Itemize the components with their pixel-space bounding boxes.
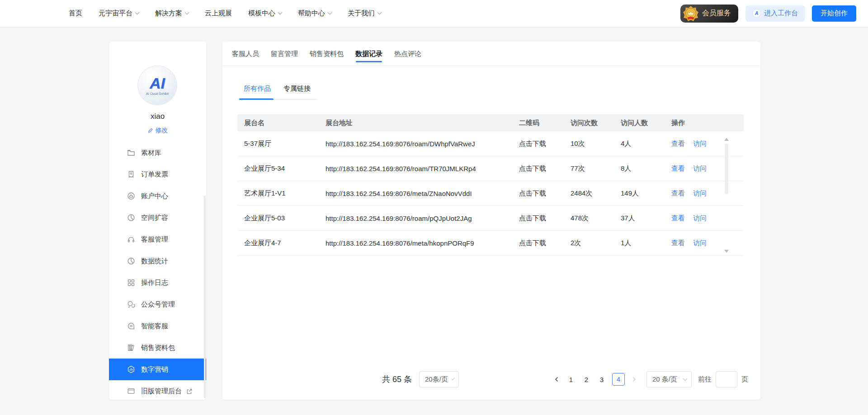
booth-url-link[interactable]: http://183.162.254.169:8076/roam/DWhpfVa… (319, 140, 512, 148)
table-scrollbar[interactable] (723, 138, 730, 253)
table-body: 5-37展厅 http://183.162.254.169:8076/roam/… (237, 131, 744, 256)
data-table: 展台名 展台地址 二维码 访问次数 访问人数 操作 5-37展厅 http://… (237, 114, 744, 256)
view-link[interactable]: 查看 (671, 189, 685, 197)
chat-lines-icon (127, 322, 135, 330)
sidebar-item-customer-service-management[interactable]: 客服管理 (109, 228, 206, 250)
booth-name: 艺术展厅1-V1 (237, 189, 319, 198)
nav-item-about-us[interactable]: 关于我们 (348, 9, 381, 18)
booth-name: 企业展厅5-03 (237, 214, 319, 223)
goto-page-input[interactable] (716, 371, 737, 387)
ai-logo-icon: A (752, 9, 761, 18)
hexagon-chart-icon (127, 365, 135, 373)
prev-page-button[interactable] (550, 377, 563, 382)
sidebar-item-digital-marketing[interactable]: 数字营销 (109, 359, 206, 380)
page-number-4-active[interactable]: 4 (612, 373, 625, 386)
page-number-1[interactable]: 1 (564, 376, 578, 383)
pencil-icon (147, 127, 154, 134)
nav-item-home[interactable]: 首页 (69, 9, 82, 18)
sidebar-item-order-invoice[interactable]: 订单发票 (109, 163, 206, 185)
scrollbar-thumb[interactable] (725, 144, 728, 194)
avatar[interactable]: AI AI Cloud Exhibit (137, 65, 177, 105)
avatar-ai-logo: AI (150, 75, 165, 91)
vip-service-button[interactable]: 会员服务 (680, 5, 738, 23)
sidebar-item-label: 空间扩容 (141, 214, 168, 222)
nav-item-metaverse-platform[interactable]: 元宇宙平台 (99, 9, 139, 18)
sidebar-scrollbar[interactable] (204, 196, 206, 398)
visit-link[interactable]: 访问 (693, 140, 707, 147)
page-number-3[interactable]: 3 (595, 376, 609, 383)
start-create-button[interactable]: 开始创作 (812, 5, 856, 22)
view-link[interactable]: 查看 (671, 164, 685, 172)
table-row: 企业展厅5-03 http://183.162.254.169:8076/roa… (237, 206, 744, 231)
sidebar-item-account-center[interactable]: 账户中心 (109, 185, 206, 207)
tab-data-records[interactable]: 数据记录 (355, 42, 382, 66)
sidebar-item-label: 公众号管理 (141, 300, 175, 309)
nav-item-cloud-exhibition[interactable]: 云上观展 (205, 9, 232, 18)
booth-url-link[interactable]: http://183.162.254.169:8076/roam/TR70JML… (319, 165, 512, 173)
nav-item-help-center[interactable]: 帮助中心 (298, 9, 331, 18)
booth-url-link[interactable]: http://183.162.254.169:8076/meta/ZNaoNov… (319, 190, 512, 197)
booth-url-link[interactable]: http://183.162.254.169:8076/meta/hkopnPO… (319, 239, 512, 247)
visit-link[interactable]: 访问 (693, 214, 707, 222)
vip-medal-icon (682, 5, 699, 22)
main-panel: 客服人员 留言管理 销售资料包 数据记录 热点评论 所有作品 专属链接 展台名 … (222, 42, 760, 400)
pie-chart-icon (127, 257, 135, 265)
sidebar-item-label: 数据统计 (141, 257, 168, 266)
qrcode-download-link[interactable]: 点击下载 (512, 140, 564, 148)
vip-service-label: 会员服务 (702, 9, 731, 18)
booth-url-link[interactable]: http://183.162.254.169:8076/roam/pQJpUot… (319, 214, 512, 222)
sidebar-item-sales-kit[interactable]: 销售资料包 (109, 337, 206, 359)
nav-label: 首页 (69, 9, 82, 18)
page-number-2[interactable]: 2 (580, 376, 593, 383)
view-link[interactable]: 查看 (671, 214, 685, 222)
page-size-select[interactable]: 20条/页 (419, 371, 459, 387)
table-row: 企业展厅5-34 http://183.162.254.169:8076/roa… (237, 156, 744, 181)
subtab-exclusive-links[interactable]: 专属链接 (277, 79, 317, 99)
qrcode-download-link[interactable]: 点击下载 (512, 214, 564, 223)
visit-link[interactable]: 访问 (693, 189, 707, 197)
next-page-button[interactable] (627, 377, 641, 382)
tab-message-management[interactable]: 留言管理 (271, 42, 298, 66)
visitor-count: 149人 (614, 189, 665, 198)
row-actions: 查看访问 (665, 189, 744, 198)
visit-link[interactable]: 访问 (693, 239, 707, 247)
sidebar-item-legacy-admin[interactable]: 旧版管理后台 (109, 380, 206, 400)
sidebar-item-label: 素材库 (141, 150, 161, 157)
scroll-up-arrow-icon[interactable] (724, 138, 729, 141)
tab-customer-service-staff[interactable]: 客服人员 (232, 42, 259, 66)
qrcode-download-link[interactable]: 点击下载 (512, 189, 564, 198)
goto-label: 前往 (698, 375, 712, 384)
visit-count: 478次 (564, 214, 614, 223)
sidebar-item-operation-log[interactable]: 操作日志 (109, 272, 206, 294)
sidebar-item-data-statistics[interactable]: 数据统计 (109, 250, 206, 272)
qrcode-download-link[interactable]: 点击下载 (512, 164, 564, 173)
nav-item-template-center[interactable]: 模板中心 (248, 9, 282, 18)
sidebar-item-material-library[interactable]: 素材库 (109, 150, 206, 163)
tab-hot-comments[interactable]: 热点评论 (394, 42, 421, 66)
view-link[interactable]: 查看 (671, 239, 685, 247)
sidebar-item-smart-customer-service[interactable]: 智能客服 (109, 315, 206, 337)
scroll-down-arrow-icon[interactable] (724, 250, 729, 253)
visit-link[interactable]: 访问 (693, 164, 707, 172)
sidebar-item-official-account-management[interactable]: 公众号管理 (109, 294, 206, 315)
sidebar-item-label: 数字营销 (141, 365, 168, 374)
chevron-down-icon (683, 377, 688, 381)
visitor-count: 1人 (614, 239, 665, 247)
enter-workspace-button[interactable]: A 进入工作台 (745, 5, 805, 22)
enter-workspace-label: 进入工作台 (764, 9, 798, 18)
view-link[interactable]: 查看 (671, 140, 685, 147)
receipt-icon (127, 170, 135, 178)
nav-label: 元宇宙平台 (99, 9, 132, 18)
sidebar-item-space-expansion[interactable]: 空间扩容 (109, 207, 206, 228)
avatar-logo-subtext: AI Cloud Exhibit (146, 92, 169, 95)
qrcode-download-link[interactable]: 点击下载 (512, 239, 564, 247)
sidebar-item-label: 账户中心 (141, 192, 168, 201)
page-size-select-2[interactable]: 20 条/页 (646, 371, 692, 387)
edit-profile-link[interactable]: 修改 (109, 126, 206, 135)
row-actions: 查看访问 (665, 239, 744, 247)
nav-item-solutions[interactable]: 解决方案 (155, 9, 189, 18)
tab-sales-kit[interactable]: 销售资料包 (310, 42, 344, 66)
page-unit-label: 页 (741, 375, 748, 384)
grid-icon (127, 279, 135, 287)
subtab-all-works[interactable]: 所有作品 (237, 79, 277, 99)
